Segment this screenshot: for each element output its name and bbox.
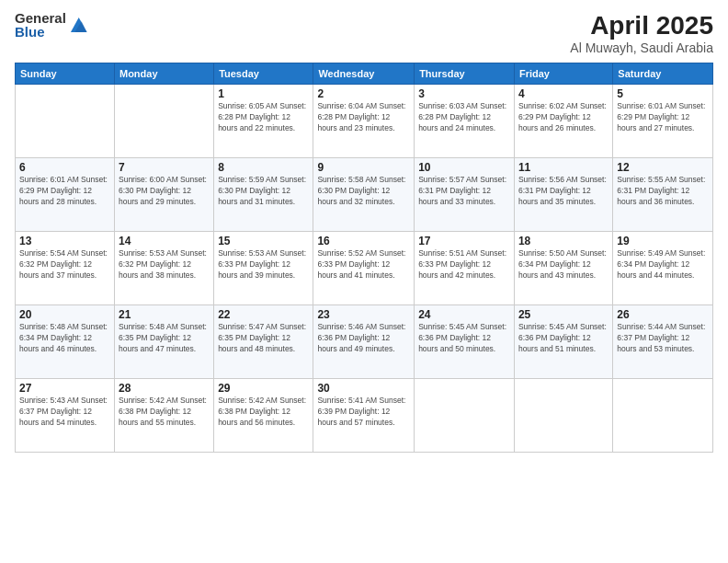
day-info: Sunrise: 5:53 AM Sunset: 6:32 PM Dayligh… bbox=[119, 248, 210, 282]
title-section: April 2025 Al Muwayh, Saudi Arabia bbox=[570, 11, 713, 55]
day-info: Sunrise: 5:51 AM Sunset: 6:33 PM Dayligh… bbox=[418, 248, 510, 282]
day-number: 16 bbox=[317, 235, 410, 247]
calendar-cell: 3Sunrise: 6:03 AM Sunset: 6:28 PM Daylig… bbox=[415, 85, 515, 158]
logo: General Blue bbox=[15, 11, 88, 39]
day-info: Sunrise: 5:41 AM Sunset: 6:39 PM Dayligh… bbox=[317, 396, 410, 429]
logo-text: General Blue bbox=[15, 11, 66, 39]
day-info: Sunrise: 6:01 AM Sunset: 6:29 PM Dayligh… bbox=[617, 101, 709, 134]
calendar-cell: 1Sunrise: 6:05 AM Sunset: 6:28 PM Daylig… bbox=[214, 85, 313, 158]
calendar-cell: 27Sunrise: 5:43 AM Sunset: 6:37 PM Dayli… bbox=[16, 379, 115, 453]
calendar-cell: 14Sunrise: 5:53 AM Sunset: 6:32 PM Dayli… bbox=[114, 232, 213, 305]
title-location: Al Muwayh, Saudi Arabia bbox=[570, 40, 713, 55]
day-number: 3 bbox=[418, 87, 510, 100]
day-info: Sunrise: 5:52 AM Sunset: 6:33 PM Dayligh… bbox=[317, 248, 410, 282]
day-info: Sunrise: 5:57 AM Sunset: 6:31 PM Dayligh… bbox=[418, 175, 510, 208]
day-number: 25 bbox=[518, 308, 609, 321]
day-info: Sunrise: 6:04 AM Sunset: 6:28 PM Dayligh… bbox=[317, 101, 410, 134]
day-info: Sunrise: 5:44 AM Sunset: 6:37 PM Dayligh… bbox=[617, 322, 709, 355]
calendar-cell: 20Sunrise: 5:48 AM Sunset: 6:34 PM Dayli… bbox=[16, 305, 115, 379]
calendar-header-saturday: Saturday bbox=[613, 63, 713, 85]
calendar-cell: 17Sunrise: 5:51 AM Sunset: 6:33 PM Dayli… bbox=[415, 232, 515, 305]
calendar-cell: 7Sunrise: 6:00 AM Sunset: 6:30 PM Daylig… bbox=[114, 158, 213, 232]
calendar-cell bbox=[514, 379, 612, 453]
calendar-cell: 4Sunrise: 6:02 AM Sunset: 6:29 PM Daylig… bbox=[514, 85, 612, 158]
day-number: 12 bbox=[617, 161, 709, 174]
calendar-cell: 22Sunrise: 5:47 AM Sunset: 6:35 PM Dayli… bbox=[214, 305, 313, 379]
day-info: Sunrise: 5:46 AM Sunset: 6:36 PM Dayligh… bbox=[317, 322, 410, 355]
day-info: Sunrise: 5:55 AM Sunset: 6:31 PM Dayligh… bbox=[617, 175, 709, 208]
day-number: 7 bbox=[119, 161, 210, 174]
day-info: Sunrise: 5:47 AM Sunset: 6:35 PM Dayligh… bbox=[218, 322, 309, 355]
day-number: 8 bbox=[218, 161, 309, 174]
calendar-cell: 21Sunrise: 5:48 AM Sunset: 6:35 PM Dayli… bbox=[114, 305, 213, 379]
day-number: 1 bbox=[218, 87, 309, 100]
calendar-cell: 11Sunrise: 5:56 AM Sunset: 6:31 PM Dayli… bbox=[514, 158, 612, 232]
calendar-cell: 12Sunrise: 5:55 AM Sunset: 6:31 PM Dayli… bbox=[613, 158, 713, 232]
calendar-cell: 29Sunrise: 5:42 AM Sunset: 6:38 PM Dayli… bbox=[214, 379, 313, 453]
day-number: 17 bbox=[418, 235, 510, 247]
page: General Blue April 2025 Al Muwayh, Saudi… bbox=[0, 0, 728, 563]
calendar-week-4: 27Sunrise: 5:43 AM Sunset: 6:37 PM Dayli… bbox=[16, 379, 713, 453]
day-number: 29 bbox=[218, 382, 309, 395]
day-number: 30 bbox=[317, 382, 410, 395]
day-info: Sunrise: 5:56 AM Sunset: 6:31 PM Dayligh… bbox=[518, 175, 609, 208]
header: General Blue April 2025 Al Muwayh, Saudi… bbox=[15, 11, 713, 55]
day-info: Sunrise: 6:00 AM Sunset: 6:30 PM Dayligh… bbox=[119, 175, 210, 208]
logo-blue: Blue bbox=[15, 25, 66, 39]
day-number: 11 bbox=[518, 161, 609, 174]
day-info: Sunrise: 5:43 AM Sunset: 6:37 PM Dayligh… bbox=[19, 396, 110, 429]
calendar-header-wednesday: Wednesday bbox=[313, 63, 415, 85]
calendar-cell: 16Sunrise: 5:52 AM Sunset: 6:33 PM Dayli… bbox=[313, 232, 415, 305]
day-info: Sunrise: 5:58 AM Sunset: 6:30 PM Dayligh… bbox=[317, 175, 410, 208]
day-info: Sunrise: 6:01 AM Sunset: 6:29 PM Dayligh… bbox=[19, 175, 110, 208]
day-info: Sunrise: 6:05 AM Sunset: 6:28 PM Dayligh… bbox=[218, 101, 309, 134]
calendar-cell: 10Sunrise: 5:57 AM Sunset: 6:31 PM Dayli… bbox=[415, 158, 515, 232]
logo-general: General bbox=[15, 11, 66, 25]
day-info: Sunrise: 5:42 AM Sunset: 6:38 PM Dayligh… bbox=[218, 396, 309, 429]
calendar-cell: 8Sunrise: 5:59 AM Sunset: 6:30 PM Daylig… bbox=[214, 158, 313, 232]
calendar-cell bbox=[16, 85, 115, 158]
calendar-cell: 26Sunrise: 5:44 AM Sunset: 6:37 PM Dayli… bbox=[613, 305, 713, 379]
calendar-cell: 6Sunrise: 6:01 AM Sunset: 6:29 PM Daylig… bbox=[16, 158, 115, 232]
calendar-cell: 15Sunrise: 5:53 AM Sunset: 6:33 PM Dayli… bbox=[214, 232, 313, 305]
day-info: Sunrise: 6:02 AM Sunset: 6:29 PM Dayligh… bbox=[518, 101, 609, 134]
day-info: Sunrise: 5:50 AM Sunset: 6:34 PM Dayligh… bbox=[518, 248, 609, 282]
calendar-cell: 19Sunrise: 5:49 AM Sunset: 6:34 PM Dayli… bbox=[613, 232, 713, 305]
calendar-header-monday: Monday bbox=[114, 63, 213, 85]
day-number: 5 bbox=[617, 87, 709, 100]
day-number: 27 bbox=[19, 382, 110, 395]
calendar-cell: 18Sunrise: 5:50 AM Sunset: 6:34 PM Dayli… bbox=[514, 232, 612, 305]
calendar-header-sunday: Sunday bbox=[16, 63, 115, 85]
day-number: 15 bbox=[218, 235, 309, 247]
title-month: April 2025 bbox=[570, 11, 713, 40]
day-number: 2 bbox=[317, 87, 410, 100]
logo-icon bbox=[68, 15, 88, 35]
day-number: 9 bbox=[317, 161, 410, 174]
day-number: 20 bbox=[19, 308, 110, 321]
calendar-cell: 28Sunrise: 5:42 AM Sunset: 6:38 PM Dayli… bbox=[114, 379, 213, 453]
calendar-week-1: 6Sunrise: 6:01 AM Sunset: 6:29 PM Daylig… bbox=[16, 158, 713, 232]
day-number: 28 bbox=[119, 382, 210, 395]
calendar-header-tuesday: Tuesday bbox=[214, 63, 313, 85]
calendar-table: SundayMondayTuesdayWednesdayThursdayFrid… bbox=[15, 63, 713, 453]
calendar-cell bbox=[114, 85, 213, 158]
calendar-cell: 25Sunrise: 5:45 AM Sunset: 6:36 PM Dayli… bbox=[514, 305, 612, 379]
calendar-week-0: 1Sunrise: 6:05 AM Sunset: 6:28 PM Daylig… bbox=[16, 85, 713, 158]
calendar-cell bbox=[415, 379, 515, 453]
day-number: 24 bbox=[418, 308, 510, 321]
day-number: 22 bbox=[218, 308, 309, 321]
day-number: 18 bbox=[518, 235, 609, 247]
calendar-cell bbox=[613, 379, 713, 453]
day-info: Sunrise: 5:53 AM Sunset: 6:33 PM Dayligh… bbox=[218, 248, 309, 282]
day-number: 14 bbox=[119, 235, 210, 247]
day-number: 13 bbox=[19, 235, 110, 247]
calendar-week-3: 20Sunrise: 5:48 AM Sunset: 6:34 PM Dayli… bbox=[16, 305, 713, 379]
calendar-cell: 2Sunrise: 6:04 AM Sunset: 6:28 PM Daylig… bbox=[313, 85, 415, 158]
day-info: Sunrise: 6:03 AM Sunset: 6:28 PM Dayligh… bbox=[418, 101, 510, 134]
day-info: Sunrise: 5:54 AM Sunset: 6:32 PM Dayligh… bbox=[19, 248, 110, 282]
calendar-cell: 24Sunrise: 5:45 AM Sunset: 6:36 PM Dayli… bbox=[415, 305, 515, 379]
calendar-header-row: SundayMondayTuesdayWednesdayThursdayFrid… bbox=[16, 63, 713, 85]
calendar-header-thursday: Thursday bbox=[415, 63, 515, 85]
calendar-header-friday: Friday bbox=[514, 63, 612, 85]
day-info: Sunrise: 5:45 AM Sunset: 6:36 PM Dayligh… bbox=[518, 322, 609, 355]
